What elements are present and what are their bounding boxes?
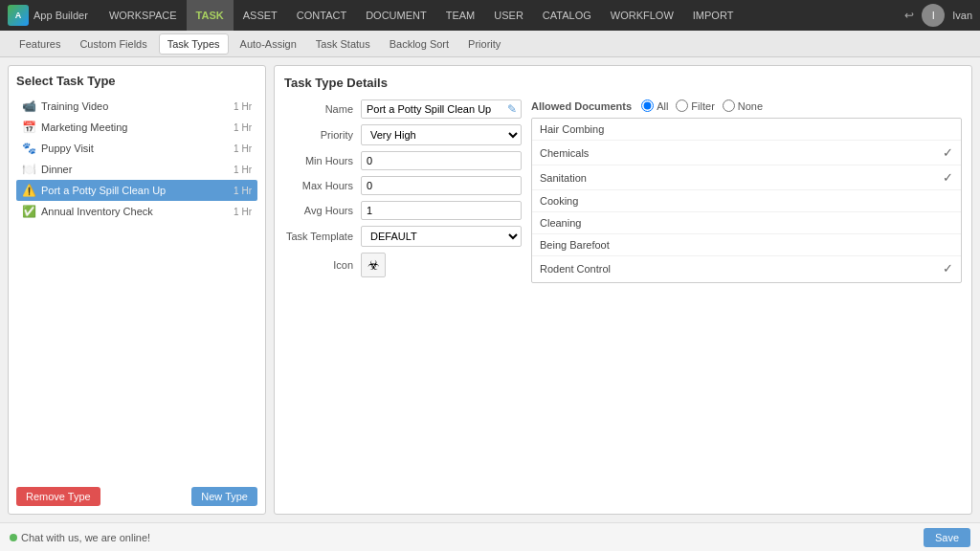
doc-header: Allowed Documents All Filter None <box>531 99 962 112</box>
name-input-container: ✎ <box>361 99 522 119</box>
doc-item-being-barefoot[interactable]: Being Barefoot <box>532 234 961 256</box>
form-row-icon: Icon ☣ <box>284 253 522 277</box>
chat-status-text: Chat with us, we are online! <box>21 532 150 543</box>
remove-type-button[interactable]: Remove Type <box>16 487 100 506</box>
form-row-priority: Priority Very High <box>284 124 522 145</box>
radio-none[interactable]: None <box>723 99 763 112</box>
nav-asset[interactable]: ASSET <box>234 0 287 31</box>
avg-hours-input[interactable] <box>361 201 522 220</box>
subnav-task-types[interactable]: Task Types <box>159 33 229 55</box>
task-item-annual-inventory[interactable]: ✅ Annual Inventory Check 1 Hr <box>16 201 257 222</box>
dinner-label: Dinner <box>41 164 72 175</box>
radio-all-input[interactable] <box>641 99 654 112</box>
right-panel-title: Task Type Details <box>284 76 962 90</box>
form-row-avg-hours: Avg Hours <box>284 201 522 220</box>
doc-hair-combing-label: Hair Combing <box>540 123 604 135</box>
priority-select[interactable]: Very High <box>361 124 522 145</box>
form-row-min-hours: Min Hours <box>284 151 522 170</box>
task-template-select[interactable]: DEFAULT <box>361 226 522 247</box>
training-video-label: Training Video <box>41 100 108 112</box>
task-item-port-a-potty[interactable]: ⚠️ Port a Potty Spill Clean Up 1 Hr <box>16 180 257 201</box>
radio-none-label: None <box>738 100 763 112</box>
nav-catalog[interactable]: CATALOG <box>533 0 601 31</box>
doc-sanitation-label: Sanitation <box>540 172 587 184</box>
allowed-docs-label: Allowed Documents <box>531 100 632 112</box>
doc-item-sanitation[interactable]: Sanitation ✓ <box>532 165 961 190</box>
name-input[interactable] <box>362 100 503 118</box>
nav-workspace[interactable]: WORKSPACE <box>100 0 187 31</box>
icon-preview[interactable]: ☣ <box>361 253 386 277</box>
nav-task[interactable]: TASK <box>187 0 234 31</box>
task-item-puppy-visit[interactable]: 🐾 Puppy Visit 1 Hr <box>16 138 257 159</box>
annual-inventory-hours: 1 Hr <box>234 207 252 217</box>
doc-item-cooking[interactable]: Cooking <box>532 190 961 212</box>
name-edit-icon[interactable]: ✎ <box>503 102 521 116</box>
task-item-training-video[interactable]: 📹 Training Video 1 Hr <box>16 96 257 117</box>
doc-chemicals-check: ✓ <box>943 145 953 160</box>
nav-workflow[interactable]: WORKFLOW <box>601 0 683 31</box>
doc-cleaning-label: Cleaning <box>540 217 581 229</box>
subnav-features[interactable]: Features <box>11 34 68 54</box>
subnav-priority[interactable]: Priority <box>460 34 508 54</box>
chat-online-dot <box>10 534 17 541</box>
logo-icon: A <box>8 5 29 26</box>
doc-sanitation-check: ✓ <box>943 170 953 185</box>
dinner-icon: 🍽️ <box>22 163 36 176</box>
icon-label: Icon <box>284 259 361 271</box>
max-hours-input[interactable] <box>361 176 522 195</box>
allowed-documents-section: Allowed Documents All Filter None <box>531 99 962 283</box>
avg-hours-label: Avg Hours <box>284 205 361 216</box>
marketing-meeting-hours: 1 Hr <box>234 122 252 133</box>
nav-import[interactable]: IMPORT <box>683 0 744 31</box>
doc-item-chemicals[interactable]: Chemicals ✓ <box>532 141 961 165</box>
radio-all[interactable]: All <box>641 99 668 112</box>
marketing-meeting-label: Marketing Meeting <box>41 121 128 133</box>
nav-user[interactable]: USER <box>484 0 533 31</box>
annual-inventory-icon: ✅ <box>22 205 36 218</box>
radio-filter-label: Filter <box>691 100 714 112</box>
form-fields: Name ✎ Priority Very High Min Hours <box>284 99 522 283</box>
left-panel-title: Select Task Type <box>16 74 257 88</box>
new-type-button[interactable]: New Type <box>191 487 257 506</box>
task-type-details-panel: Task Type Details Name ✎ Priority Very H… <box>274 65 972 515</box>
port-a-potty-label: Port a Potty Spill Clean Up <box>41 185 166 196</box>
subnav-auto-assign[interactable]: Auto-Assign <box>233 34 304 54</box>
user-avatar[interactable]: I <box>922 4 945 27</box>
doc-item-cleaning[interactable]: Cleaning <box>532 212 961 234</box>
main-content: Select Task Type 📹 Training Video 1 Hr 📅… <box>0 57 980 522</box>
task-item-dinner[interactable]: 🍽️ Dinner 1 Hr <box>16 159 257 180</box>
nav-contact[interactable]: CONTACT <box>287 0 356 31</box>
max-hours-label: Max Hours <box>284 180 361 191</box>
doc-chemicals-label: Chemicals <box>540 147 589 159</box>
marketing-meeting-icon: 📅 <box>22 121 36 134</box>
task-type-list-panel: Select Task Type 📹 Training Video 1 Hr 📅… <box>8 65 266 515</box>
save-button[interactable]: Save <box>924 528 970 547</box>
min-hours-input[interactable] <box>361 151 522 170</box>
doc-rodent-control-label: Rodent Control <box>540 263 611 275</box>
dinner-hours: 1 Hr <box>234 165 252 175</box>
subnav-backlog-sort[interactable]: Backlog Sort <box>382 34 457 54</box>
user-name: Ivan <box>952 10 972 21</box>
nav-document[interactable]: DOCUMENT <box>356 0 436 31</box>
subnav-custom-fields[interactable]: Custom Fields <box>72 34 154 54</box>
doc-item-hair-combing[interactable]: Hair Combing <box>532 119 961 141</box>
doc-cooking-label: Cooking <box>540 195 578 207</box>
radio-none-input[interactable] <box>723 99 735 112</box>
subnav-task-status[interactable]: Task Status <box>308 34 378 54</box>
doc-item-rodent-control[interactable]: Rodent Control ✓ <box>532 256 961 280</box>
radio-filter-input[interactable] <box>676 99 688 112</box>
allowed-docs-radio-group: All Filter None <box>641 99 763 112</box>
radio-all-label: All <box>657 100 668 112</box>
task-item-marketing-meeting[interactable]: 📅 Marketing Meeting 1 Hr <box>16 117 257 138</box>
form-row-max-hours: Max Hours <box>284 176 522 195</box>
bottom-bar: Chat with us, we are online! Save <box>0 522 980 551</box>
document-list: Hair Combing Chemicals ✓ Sanitation ✓ Co… <box>531 118 962 283</box>
priority-label: Priority <box>284 129 361 141</box>
nav-back-icon[interactable]: ↩ <box>904 9 914 22</box>
sub-navigation: Features Custom Fields Task Types Auto-A… <box>0 31 980 57</box>
nav-team[interactable]: TEAM <box>436 0 485 31</box>
training-video-hours: 1 Hr <box>234 101 252 112</box>
task-list: 📹 Training Video 1 Hr 📅 Marketing Meetin… <box>16 96 257 479</box>
annual-inventory-label: Annual Inventory Check <box>41 206 153 217</box>
radio-filter[interactable]: Filter <box>676 99 714 112</box>
